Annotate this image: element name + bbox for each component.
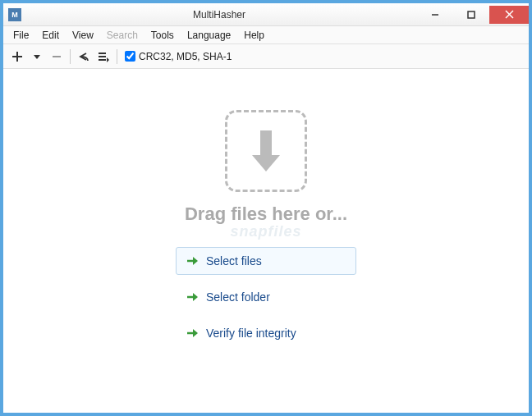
menu-tools[interactable]: Tools: [144, 28, 181, 43]
svg-rect-9: [99, 56, 106, 57]
app-window: M MultiHasher File Edit View Search Tool…: [3, 3, 529, 413]
actions-list: Select files Select folder Verify file i…: [176, 247, 356, 347]
svg-rect-1: [468, 11, 475, 18]
remove-button[interactable]: [48, 48, 66, 66]
titlebar: M MultiHasher: [3, 3, 529, 26]
list-button[interactable]: [94, 48, 112, 66]
menubar: File Edit View Search Tools Language Hel…: [3, 26, 529, 44]
menu-edit[interactable]: Edit: [35, 28, 66, 43]
svg-marker-6: [34, 55, 40, 59]
watermark: snapfiles: [230, 223, 301, 240]
hash-algorithms-check[interactable]: CRC32, MD5, SHA-1: [125, 51, 232, 62]
maximize-button[interactable]: [453, 6, 489, 24]
svg-marker-11: [107, 57, 109, 62]
undo-button[interactable]: [75, 48, 93, 66]
drag-text: Drag files here or...: [185, 203, 347, 225]
select-files-action[interactable]: Select files: [176, 247, 356, 275]
window-title: MultiHasher: [21, 9, 417, 21]
svg-marker-19: [193, 329, 198, 337]
content-area: Drag files here or... snapfiles Select f…: [3, 69, 529, 413]
svg-rect-10: [99, 59, 106, 61]
toolbar-separator: [117, 49, 117, 64]
add-dropdown-button[interactable]: [28, 48, 46, 66]
menu-view[interactable]: View: [66, 28, 100, 43]
menu-help[interactable]: Help: [237, 28, 271, 43]
arrow-right-icon: [186, 255, 198, 267]
svg-rect-12: [260, 130, 272, 155]
hash-label: CRC32, MD5, SHA-1: [139, 51, 232, 62]
hash-checkbox[interactable]: [125, 51, 135, 62]
arrow-right-icon: [186, 291, 198, 303]
app-icon: M: [8, 8, 21, 21]
action-label: Select folder: [206, 290, 270, 304]
menu-search[interactable]: Search: [100, 28, 144, 43]
minimize-button[interactable]: [417, 6, 453, 24]
verify-integrity-action[interactable]: Verify file integrity: [176, 319, 356, 347]
action-label: Verify file integrity: [206, 327, 296, 340]
svg-marker-13: [252, 155, 280, 171]
select-folder-action[interactable]: Select folder: [176, 283, 356, 311]
svg-rect-8: [99, 53, 106, 54]
close-button[interactable]: [489, 6, 529, 24]
arrow-right-icon: [186, 327, 198, 339]
svg-marker-17: [193, 293, 198, 301]
toolbar: CRC32, MD5, SHA-1: [3, 44, 529, 69]
window-controls: [417, 6, 529, 24]
menu-file[interactable]: File: [7, 28, 35, 43]
dropzone-icon: [225, 110, 307, 192]
add-button[interactable]: [8, 48, 26, 66]
menu-language[interactable]: Language: [181, 28, 237, 43]
toolbar-separator: [70, 49, 71, 64]
svg-marker-15: [193, 257, 198, 265]
action-label: Select files: [206, 254, 262, 267]
